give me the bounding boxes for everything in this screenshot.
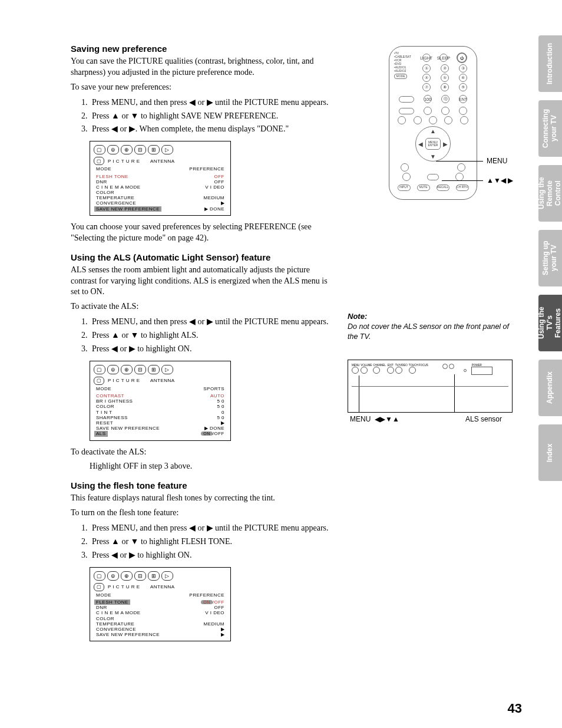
heading-save-pref: Saving new preference	[71, 44, 330, 54]
remote-button: SLEEP	[439, 54, 448, 62]
panel-led	[442, 364, 448, 369]
callout-line	[454, 374, 455, 412]
steps-list: Press MENU, and then press ◀ or ▶ until …	[84, 522, 330, 561]
step: Press ▲ or ▼ to highlight ALS.	[90, 330, 330, 341]
left-arrow-icon: ◀	[418, 141, 423, 147]
left-arrow-icon: ◀	[111, 550, 118, 559]
remote-button	[424, 107, 432, 115]
remote-illustration: •TV •CABLE/SAT •VCR •DVD •AUDIO1 •AUDIO2…	[389, 46, 477, 200]
remote-button: ⑤	[441, 74, 449, 82]
tab-introduction[interactable]: Introduction	[538, 35, 562, 92]
para: This feature displays natural flesh tone…	[71, 493, 330, 504]
panel-button	[373, 367, 380, 374]
remote-button: ⑦	[422, 83, 431, 91]
left-arrow-icon: ◀	[111, 124, 118, 133]
left-arrow-icon: ◀	[189, 523, 196, 532]
step: Press ◀ or ▶. When complete, the menu di…	[90, 123, 330, 135]
right-arrow-icon: ▶	[129, 124, 135, 133]
tab-remote[interactable]: Using the Remote Control	[538, 165, 562, 222]
osd-tab-icon: ▢	[94, 145, 105, 154]
remote-dpad: ▲ ▼ ◀ ▶ MENU/ ENTER	[415, 126, 451, 162]
left-arrow-icon: ◀	[189, 97, 196, 107]
remote-button	[459, 107, 467, 115]
step: Press MENU, and then press ◀ or ▶ until …	[90, 97, 330, 108]
para: You can save the PICTURE qualities (cont…	[71, 56, 330, 78]
steps-list: Press MENU, and then press ◀ or ▶ until …	[84, 316, 330, 355]
callout-line	[436, 161, 483, 162]
main-column: Saving new preference You can save the P…	[71, 35, 342, 672]
tab-setting-up[interactable]: Setting up your TV	[538, 230, 562, 286]
section-tabs: Introduction Connecting your TV Using th…	[538, 35, 562, 481]
step: Press ◀ or ▶ to highlight ON.	[90, 549, 330, 561]
remote-button: ⓪	[441, 95, 449, 103]
right-arrow-icon: ▶	[129, 344, 135, 353]
left-arrow-icon: ◀	[111, 344, 118, 353]
panel-led	[449, 364, 454, 369]
down-arrow-icon: ▼	[430, 153, 436, 160]
osd-tab-icon: ⊚	[107, 145, 119, 154]
side-column: •TV •CABLE/SAT •VCR •DVD •AUDIO1 •AUDIO2…	[342, 35, 518, 672]
up-arrow-icon: ▲	[111, 330, 120, 340]
panel-button	[352, 367, 359, 374]
step: Press ▲ or ▼ to highlight FLESH TONE.	[90, 536, 330, 548]
remote-button: ⑥	[459, 74, 467, 82]
tab-connecting[interactable]: Connecting your TV	[538, 100, 562, 157]
osd-screenshot-1: ▢ ⊚ ⊕ ⊟ ⊞ ▷ ▢P I C T U R E ANTENNA MODEP…	[90, 141, 231, 216]
remote-button: ⑧	[441, 83, 449, 91]
up-arrow-icon: ▲	[430, 128, 436, 134]
para: To turn on the flesh tone feature:	[71, 508, 330, 519]
para: You can choose your saved preferences by…	[71, 222, 330, 244]
remote-button: LIGHT	[422, 54, 431, 62]
power-icon: ⏻	[457, 52, 467, 63]
remote-button: ①	[422, 64, 431, 73]
para: To save your new preferences:	[71, 82, 330, 93]
remote-button: 100	[424, 95, 432, 103]
para: To deactivate the ALS:	[71, 447, 330, 458]
para: Highlight OFF in step 3 above.	[90, 461, 330, 472]
up-arrow-icon: ▲	[111, 111, 120, 120]
note-heading: Note:	[348, 312, 518, 321]
right-arrow-icon: ▶	[207, 317, 213, 326]
remote-button: ②	[441, 64, 449, 73]
osd-tab-icon: ⊞	[148, 145, 160, 154]
remote-button: ENT	[459, 95, 467, 103]
down-arrow-icon: ▼	[131, 330, 139, 340]
front-panel-figure: MENU VOLUME CHANNEL EXIT TV/VIDEO TOUCH …	[348, 360, 513, 423]
step: Press ◀ or ▶ to highlight ON.	[90, 343, 330, 355]
remote-button: ④	[422, 74, 431, 82]
para: ALS senses the room ambient light and au…	[71, 265, 330, 298]
down-arrow-icon: ▼	[131, 111, 139, 120]
panel-button	[395, 367, 402, 374]
remote-button	[399, 108, 414, 114]
panel-flap	[471, 367, 492, 375]
panel-button	[361, 367, 368, 374]
osd-highlight: SAVE NEW PREFERENCE	[94, 206, 161, 212]
tab-features[interactable]: Using the TV's Features	[538, 295, 562, 351]
tab-index[interactable]: Index	[538, 424, 562, 481]
right-arrow-icon: ▶	[129, 550, 135, 559]
remote-menu-enter: MENU/ ENTER	[425, 138, 441, 150]
osd-tab-icon: ⊟	[134, 145, 146, 154]
callout-line	[442, 180, 483, 181]
arrows-icon: ◀▶▼▲	[375, 415, 399, 423]
step: Press ▲ or ▼ to highlight SAVE NEW PREFE…	[90, 110, 330, 122]
step: Press MENU, and then press ◀ or ▶ until …	[90, 316, 330, 328]
heading-flesh-tone: Using the flesh tone feature	[71, 480, 330, 490]
heading-als: Using the ALS (Automatic Light Sensor) f…	[71, 252, 330, 262]
osd-screenshot-3: ▢⊚⊕⊟⊞▷ ▢P I C T U R E ANTENNA MODEPREFER…	[90, 567, 231, 642]
remote-button: ⑨	[459, 83, 467, 91]
right-arrow-icon: ▶	[207, 97, 213, 107]
callout-line	[359, 375, 359, 412]
right-arrow-icon: ▶	[443, 141, 448, 147]
steps-list: Press MENU, and then press ◀ or ▶ until …	[84, 97, 330, 136]
tab-appendix[interactable]: Appendix	[538, 360, 562, 416]
right-arrow-icon: ▶	[207, 523, 213, 532]
panel-caption-menu: MENU	[350, 415, 371, 423]
tv-icon: ▢	[94, 157, 104, 165]
para: To activate the ALS:	[71, 301, 330, 312]
note-body: Do not cover the ALS sensor on the front…	[348, 322, 518, 342]
osd-tab-icon: ▷	[161, 145, 173, 154]
callout-menu: MENU	[487, 157, 507, 165]
left-arrow-icon: ◀	[189, 317, 196, 326]
panel-caption-als: ALS sensor	[465, 415, 502, 423]
